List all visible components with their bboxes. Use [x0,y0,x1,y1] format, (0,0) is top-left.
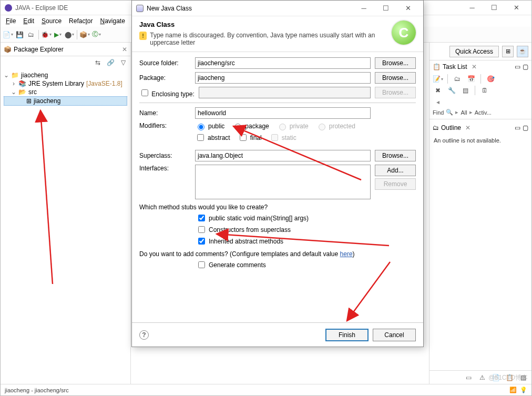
status-text: jiaocheng - jiaocheng/src [5,387,69,393]
warning-text: Type name is discouraged. By convention,… [150,32,392,46]
search-icon[interactable]: 🔍 [446,109,453,116]
cancel-button[interactable]: Cancel [373,329,416,341]
enclosing-type-checkbox[interactable] [141,89,148,96]
maximize-button[interactable]: ☐ [375,2,397,15]
source-folder-label: Source folder: [139,59,191,67]
tree-src[interactable]: ⌄📂 src [4,88,127,96]
tl-tool-icon[interactable]: 🗓 [479,85,490,96]
new-button[interactable]: 📄 [3,29,13,40]
inherited-methods-checkbox[interactable] [198,238,205,245]
find-label: Find [433,109,444,116]
modifier-package-radio[interactable] [234,124,241,130]
run-button[interactable]: ▶ [53,29,63,40]
new-package-button[interactable]: 📦 [79,29,90,40]
categorize-icon[interactable]: 🗂 [452,74,463,84]
filter-all[interactable]: All [461,109,467,116]
close-button[interactable]: ✕ [505,2,527,14]
coverage-button[interactable]: ⬤ [64,29,75,40]
modifier-public-radio[interactable] [198,124,204,130]
dialog-title: New Java Class [147,5,192,12]
tl-tool-icon[interactable]: ▤ [460,85,470,96]
browse-button-disabled: Browse... [375,87,416,98]
schedule-icon[interactable]: 📅 [466,74,476,84]
collapse-all-icon[interactable]: ⇆ [93,57,103,68]
maximize-button[interactable]: ☐ [483,2,505,14]
trim-icon[interactable]: ⚠ [477,372,487,383]
tip-icon[interactable]: 💡 [520,387,527,393]
name-input[interactable] [195,107,371,119]
help-icon[interactable]: ? [139,330,149,340]
remove-button: Remove [375,178,416,190]
main-method-checkbox[interactable] [198,215,205,221]
tl-tool-icon[interactable]: 🔧 [446,85,457,96]
minimize-button[interactable]: ─ [353,2,375,15]
view-close-icon[interactable]: ✕ [122,46,127,53]
rss-icon[interactable]: 📶 [509,387,517,393]
save-button[interactable]: 💾 [14,29,25,40]
task-list-title: Task List [443,63,467,70]
package-explorer-view: 📦 Package Explorer ✕ ⇆ 🔗 ▽ ⌄📁 jiaocheng … [1,43,131,384]
filter-activate[interactable]: Activ... [475,109,492,116]
focus-icon[interactable]: 🎯 [485,74,496,84]
tree-package-selected[interactable]: ⊞ jiaocheng [4,96,127,106]
package-icon: 📦 [4,46,12,53]
menu-source[interactable]: Source [38,16,65,26]
browse-button[interactable]: Browse... [375,57,416,69]
add-button[interactable]: Add... [375,165,416,176]
pe-toolbar: ⇆ 🔗 ▽ [1,56,130,69]
view-close-icon[interactable]: ✕ [465,124,470,131]
tree-jre[interactable]: ›📚 JRE System Library [JavaSE-1.8] [4,79,127,88]
constructors-checkbox[interactable] [198,226,205,233]
modifier-abstract-checkbox[interactable] [197,134,204,141]
view-close-icon[interactable]: ✕ [472,63,477,70]
java-perspective-icon[interactable]: ☕ [517,46,528,57]
source-folder-input[interactable] [195,57,371,69]
menu-refactor[interactable]: Refactor [66,16,96,26]
interfaces-label: Interfaces: [139,165,191,172]
minimize-button[interactable]: ─ [461,2,483,14]
new-java-class-dialog: New Java Class ─ ☐ ✕ Java Class ! Type n… [131,0,424,347]
minimize-view-icon[interactable]: ▭ [515,63,520,70]
configure-templates-link[interactable]: here [340,250,353,258]
new-task-icon[interactable]: 📝 [433,74,443,84]
outline-view: 🗂 Outline ✕ ▭ ▢ An outline is not availa… [429,119,531,370]
modifier-final-checkbox[interactable] [240,134,247,141]
finish-button[interactable]: Finish [325,329,369,341]
new-class-button[interactable]: Ⓒ [91,29,101,40]
enclosing-type-label: Enclosing type: [151,90,194,98]
generate-comments-checkbox[interactable] [198,261,205,268]
link-editor-icon[interactable]: 🔗 [105,57,116,68]
open-perspective-icon[interactable]: ⊞ [502,46,514,57]
window-title: JAVA - Eclipse IDE [15,4,68,12]
maximize-view-icon[interactable]: ▢ [523,63,528,70]
menu-edit[interactable]: Edit [20,16,37,26]
save-all-button[interactable]: 🗂 [26,29,36,40]
tree-project[interactable]: ⌄📁 jiaocheng [4,71,127,79]
minimize-view-icon[interactable]: ▭ [515,124,520,131]
browse-button[interactable]: Browse... [375,150,416,161]
modifiers-label: Modifiers: [139,122,191,129]
package-input[interactable] [195,72,371,84]
modifier-private-radio [279,124,286,130]
interfaces-list[interactable] [195,165,371,199]
close-button[interactable]: ✕ [397,2,419,15]
superclass-label: Superclass: [139,152,191,159]
project-tree: ⌄📁 jiaocheng ›📚 JRE System Library [Java… [1,69,130,108]
debug-button[interactable]: 🐞 [41,29,52,40]
menu-file[interactable]: File [3,16,19,26]
dialog-heading: Java Class [139,21,392,28]
maximize-view-icon[interactable]: ▢ [523,124,528,131]
package-explorer-tab[interactable]: 📦 Package Explorer ✕ [1,43,130,56]
modifier-protected-radio [319,124,325,130]
outline-title: Outline [441,124,461,131]
tl-tool-icon[interactable]: ✖ [433,85,443,96]
quick-access-button[interactable]: Quick Access [449,46,499,57]
browse-button[interactable]: Browse... [375,72,416,84]
enclosing-type-input [199,87,371,98]
superclass-input[interactable] [195,150,371,161]
menu-navigate[interactable]: Navigate [97,16,128,26]
view-menu-icon[interactable]: ▽ [118,57,128,68]
method-stubs-question: Which method stubs would you like to cre… [139,204,416,211]
trim-icon[interactable]: ▭ [463,372,474,383]
collapse-icon[interactable]: ◂ [433,97,443,107]
